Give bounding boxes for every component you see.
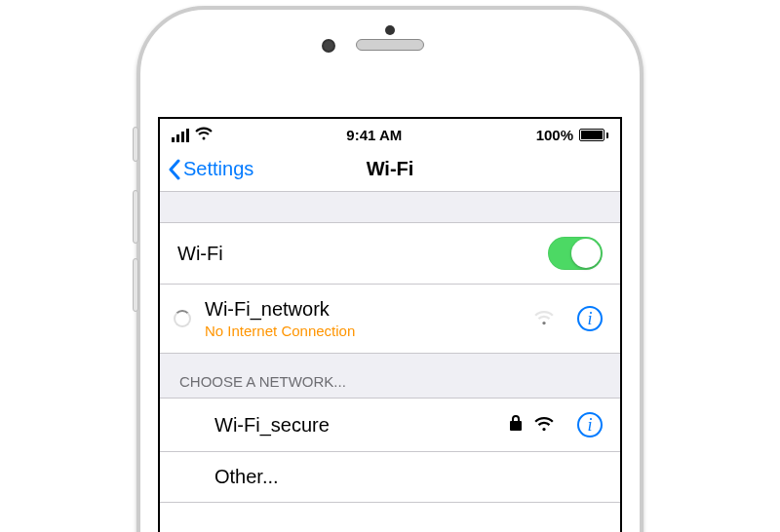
front-camera	[322, 39, 335, 53]
choose-network-header: CHOOSE A NETWORK...	[160, 354, 620, 399]
wifi-toggle-label: Wi-Fi	[177, 243, 548, 265]
status-bar: 9:41 AM 100%	[160, 119, 620, 147]
earpiece-speaker	[356, 39, 424, 51]
lock-icon	[509, 414, 523, 437]
clock: 9:41 AM	[346, 127, 402, 143]
info-button[interactable]: i	[577, 412, 603, 437]
wifi-signal-icon	[534, 414, 554, 437]
page-title: Wi-Fi	[367, 158, 414, 180]
wifi-signal-weak-icon	[534, 308, 554, 330]
connected-ssid: Wi-Fi_network	[205, 298, 534, 321]
section-gap	[160, 192, 620, 223]
battery-percentage: 100%	[536, 127, 573, 143]
chevron-left-icon	[168, 159, 181, 180]
back-label: Settings	[183, 158, 254, 180]
screen: 9:41 AM 100% Settings Wi-Fi Wi-Fi	[158, 117, 622, 532]
mute-switch	[133, 127, 138, 162]
wifi-toggle-row[interactable]: Wi-Fi	[160, 223, 620, 285]
connected-status: No Internet Connection	[205, 323, 534, 339]
navigation-bar: Settings Wi-Fi	[160, 147, 620, 192]
network-row[interactable]: Wi-Fi_secure i	[160, 399, 620, 452]
network-ssid: Wi-Fi_secure	[214, 414, 509, 437]
other-network-row[interactable]: Other...	[160, 452, 620, 503]
proximity-sensor	[385, 25, 395, 35]
wifi-status-icon	[195, 127, 213, 143]
wifi-toggle[interactable]	[548, 237, 603, 270]
volume-down-button	[133, 258, 138, 312]
back-button[interactable]: Settings	[168, 158, 254, 180]
cellular-signal-icon	[172, 129, 189, 142]
other-label: Other...	[214, 466, 603, 488]
spinner-icon	[174, 310, 191, 327]
volume-up-button	[133, 190, 138, 244]
battery-icon	[579, 129, 608, 141]
connected-network-row[interactable]: Wi-Fi_network No Internet Connection i	[160, 285, 620, 354]
info-button[interactable]: i	[577, 306, 603, 331]
phone-body: 9:41 AM 100% Settings Wi-Fi Wi-Fi	[136, 6, 644, 532]
